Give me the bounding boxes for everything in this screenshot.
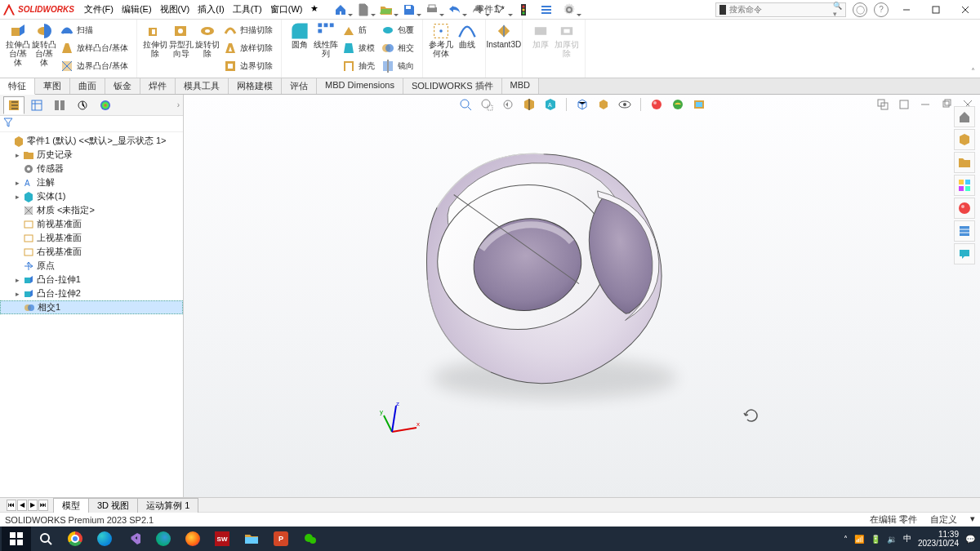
tree-top-plane[interactable]: 上视基准面 [0,231,183,245]
user-icon[interactable]: ◯ [853,2,867,17]
curves-button[interactable]: 曲线 [454,21,480,58]
loft-cut-button[interactable]: 放样切除 [220,39,276,57]
revolve-cut-button[interactable]: 旋转切除 [194,21,220,75]
bottom-tab-3dview[interactable]: 3D 视图 [88,498,138,513]
viewport-minimize-icon[interactable] [916,96,934,113]
tray-wifi-icon[interactable]: 📶 [854,535,864,544]
menu-window[interactable]: 窗口(W) [267,2,306,17]
menu-tools[interactable]: 工具(T) [229,2,265,17]
taskbar-edge-icon[interactable] [90,527,119,551]
thicken-cut-button[interactable]: 加厚切除 [554,21,580,58]
loft-boss-button[interactable]: 放样凸台/基体 [57,39,131,57]
boundary-boss-button[interactable]: 边界凸台/基体 [57,57,131,75]
start-button[interactable] [2,527,31,551]
tray-expand-icon[interactable]: ˄ [844,535,848,544]
taskbar-powerpoint-icon[interactable]: P [266,527,296,551]
taskpane-design-library-icon[interactable] [954,129,975,150]
menu-more[interactable]: ★ [307,2,322,17]
property-tab-icon[interactable] [26,96,47,114]
revolve-boss-button[interactable]: 旋转凸台/基体 [31,21,57,75]
command-search[interactable]: 🔍▾ [715,2,846,17]
swept-boss-button[interactable]: 扫描 [57,21,131,39]
settings-icon[interactable] [560,2,578,18]
taskpane-home-icon[interactable] [954,106,975,127]
tab-weldment[interactable]: 焊件 [140,78,176,94]
view-orientation-icon[interactable] [573,96,591,113]
dynamic-annotation-icon[interactable]: A [541,96,559,113]
close-icon[interactable] [954,2,977,18]
fillet-button[interactable]: 圆角 [287,21,313,75]
view-settings-icon[interactable] [690,96,708,113]
config-tab-icon[interactable] [49,96,70,114]
search-input[interactable] [729,5,833,14]
menu-edit[interactable]: 编辑(E) [118,2,155,17]
viewport-max-icon[interactable] [895,96,913,113]
maximize-icon[interactable] [924,2,947,18]
linear-pattern-button[interactable]: 线性阵列 [313,21,339,75]
extrude-boss-button[interactable]: 拉伸凸台/基体 [5,21,31,75]
taskpane-file-explorer-icon[interactable] [954,152,975,173]
menu-view[interactable]: 视图(V) [157,2,194,17]
tray-volume-icon[interactable]: 🔉 [887,535,897,544]
taskbar-firefox-icon[interactable] [178,527,207,551]
intersect-button[interactable]: 相交 [378,39,417,57]
bottom-tab-motion[interactable]: 运动算例 1 [137,498,198,513]
tree-solid[interactable]: ▸实体(1) [0,189,183,203]
tree-front-plane[interactable]: 前视基准面 [0,217,183,231]
feature-tree-tab-icon[interactable] [3,96,24,114]
viewport-restore-icon[interactable] [938,96,956,113]
zoom-fit-icon[interactable] [457,96,474,113]
taskbar-solidworks-icon[interactable]: SW [207,527,237,551]
ref-geometry-button[interactable]: 参考几何体 [428,21,454,58]
undo-icon[interactable] [446,2,464,18]
tab-sheetmetal[interactable]: 钣金 [105,78,140,94]
open-icon[interactable] [377,2,395,18]
home-icon[interactable] [332,2,350,18]
tab-sketch[interactable]: 草图 [35,78,70,94]
instant3d-button[interactable]: Instant3D [491,21,517,49]
tab-sw-addin[interactable]: SOLIDWORKS 插件 [403,78,502,94]
extrude-cut-button[interactable]: 拉伸切除 [142,21,168,75]
tree-intersect1[interactable]: 相交1 [0,300,183,314]
tree-filter[interactable] [0,116,183,132]
tree-history[interactable]: ▸历史记录 [0,148,183,162]
tab-mbd-dim[interactable]: MBD Dimensions [317,78,403,94]
tray-battery-icon[interactable]: 🔋 [871,535,880,544]
dimxpert-tab-icon[interactable] [72,96,93,114]
boundary-cut-button[interactable]: 边界切除 [220,57,276,75]
shell-button[interactable]: 抽壳 [339,57,378,75]
section-view-icon[interactable] [520,96,538,113]
tab-last-icon[interactable]: ⏭ [38,500,48,511]
tab-surface[interactable]: 曲面 [70,78,105,94]
swept-cut-button[interactable]: 扫描切除 [220,21,276,39]
viewport-popup-icon[interactable] [874,96,892,113]
tree-right-plane[interactable]: 右视基准面 [0,245,183,259]
wrap-button[interactable]: 包覆 [378,21,417,39]
mirror-button[interactable]: 镜向 [378,57,417,75]
scene-icon[interactable] [669,96,687,113]
help-icon[interactable]: ? [874,2,889,17]
menu-insert[interactable]: 插入(I) [194,2,227,17]
taskbar-chrome-icon[interactable] [60,527,90,551]
list-icon[interactable] [537,2,555,18]
taskpane-view-palette-icon[interactable] [954,175,975,196]
tab-next-icon[interactable]: ▶ [28,500,38,511]
tree-boss1[interactable]: ▸凸台-拉伸1 [0,273,183,287]
print-icon[interactable] [423,2,441,18]
tree-root[interactable]: 零件1 (默认) <<默认>_显示状态 1> [0,134,183,148]
appearance-icon[interactable] [648,96,666,113]
hole-wizard-button[interactable]: 异型孔向导 [168,21,194,75]
3d-viewport[interactable]: A [184,95,980,497]
taskbar-vs-icon[interactable] [119,527,149,551]
view-triad-icon[interactable]: x y z [380,399,421,440]
taskbar-edge2-icon[interactable] [149,527,178,551]
tray-clock[interactable]: 11:39 2023/10/24 [918,530,959,548]
tab-mold[interactable]: 模具工具 [176,78,229,94]
tab-feature[interactable]: 特征 [0,78,35,95]
taskpane-properties-icon[interactable] [954,220,975,242]
taskbar-search-icon[interactable] [31,527,60,551]
hide-show-icon[interactable] [616,96,634,113]
rib-button[interactable]: 筋 [339,21,378,39]
panel-expand-icon[interactable]: › [177,100,180,109]
traffic-light-icon[interactable] [514,2,532,18]
